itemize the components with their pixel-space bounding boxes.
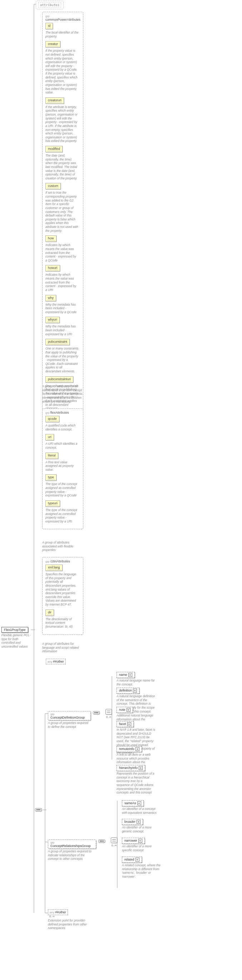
occ-conceptdef: 0..∞ bbox=[106, 715, 112, 719]
expand-icon[interactable]: + bbox=[136, 820, 141, 824]
any-other-attr: ##other bbox=[46, 660, 66, 663]
attr-head-literal: literal bbox=[45, 453, 58, 459]
attr-head-pubconstraint: pubconstraint bbox=[45, 339, 70, 345]
expand-icon[interactable]: + bbox=[139, 766, 143, 770]
attr-head-pubconstrainturi: pubconstrainturi bbox=[45, 376, 73, 383]
concept-rel-doc: A group of properties required to indica… bbox=[48, 850, 98, 861]
concept-def-label: ConceptDefinitionGroup bbox=[50, 716, 85, 719]
group-common-footer: A group of attributes for all elements o… bbox=[42, 385, 83, 403]
attr-head-typeuri: typeuri bbox=[45, 500, 60, 507]
attributes-frame: attributes bbox=[36, 1, 64, 9]
attr-xml:lang: xml:lang Specifies the language of this … bbox=[45, 565, 80, 607]
attr-custom: custom If set to true the corresponding … bbox=[45, 183, 80, 232]
any-other-attr-label: ##other bbox=[46, 659, 66, 664]
sequence-icon bbox=[98, 840, 105, 843]
attr-head-qcode: qcode bbox=[45, 416, 59, 422]
attr-head-type: type bbox=[45, 474, 56, 481]
attr-creatoruri: creatoruri If the attribute is empty, sp… bbox=[45, 97, 80, 143]
choice-icon bbox=[106, 709, 112, 715]
any-other-bottom-doc: Extension point for provider-defined pro… bbox=[48, 919, 96, 930]
expand-icon[interactable]: + bbox=[128, 673, 132, 677]
expand-icon[interactable]: + bbox=[133, 689, 137, 692]
attr-head-howuri: howuri bbox=[45, 265, 60, 271]
crel-child-narrower: narrower+ An identifier of a more specif… bbox=[122, 838, 161, 852]
attr-head-creator: creator bbox=[45, 41, 61, 48]
attr-howuri: howuri Indicates by which means the valu… bbox=[45, 265, 80, 292]
concept-rel-choice: 0..∞ bbox=[111, 837, 117, 847]
attr-id: id The local identifier of the property. bbox=[45, 23, 80, 38]
expand-icon[interactable]: + bbox=[127, 708, 130, 712]
any-other-bottom: ##other 0..∞ Extension point for provide… bbox=[48, 910, 96, 930]
attributes-title: attributes bbox=[38, 3, 61, 8]
attr-modified: modified The date (and, optionally, the … bbox=[45, 146, 80, 180]
crel-child-related: related+ A related concept, where the re… bbox=[122, 857, 161, 879]
attr-head-dir: dir bbox=[45, 609, 54, 616]
attr-qcode: qcode A qualified code which identifies … bbox=[45, 416, 80, 431]
concept-def-group: grp ConceptDefinitionGroup A group of pr… bbox=[48, 711, 91, 729]
group-i18n-footer: A group of attributes for language and s… bbox=[42, 642, 83, 653]
occ-any: 0..∞ bbox=[49, 915, 96, 918]
attr-head-xml:lang: xml:lang bbox=[45, 565, 63, 571]
root-doc: Flexible generic PCL-type for both contr… bbox=[2, 633, 33, 649]
any-other-bottom-label: ##other bbox=[48, 909, 68, 915]
concept-def-doc: A group of properties required to define… bbox=[48, 721, 92, 729]
sequence-icon bbox=[93, 711, 100, 714]
group-flex-title: flexAttributes bbox=[45, 411, 80, 414]
attr-type: type The type of the concept assigned as… bbox=[45, 474, 80, 498]
attr-head-uri: uri bbox=[45, 434, 54, 441]
attr-creator: creator If the property value is not def… bbox=[45, 41, 80, 94]
concept-rel-label: ConceptRelationshipsGroup bbox=[50, 844, 91, 848]
attr-typeuri: typeuri The type of the concept assigned… bbox=[45, 500, 80, 523]
attr-head-whyuri: whyuri bbox=[45, 317, 60, 323]
group-flex-footer: A group of attributes associated with fl… bbox=[42, 541, 83, 552]
concept-def-seq bbox=[93, 710, 100, 714]
attr-head-id: id bbox=[45, 23, 53, 29]
connectors bbox=[0, 0, 242, 980]
concept-rel-group: grp ConceptRelationshipsGroup A group of… bbox=[48, 840, 96, 861]
cdef-child-name: name+ A natural language name for the co… bbox=[117, 672, 156, 686]
cdef-child-hierarchyInfo: hierarchyInfo+ Represents the position o… bbox=[117, 765, 156, 795]
attr-uri: uri A URI which identifies a concept. bbox=[45, 434, 80, 449]
attr-head-why: why bbox=[45, 295, 56, 301]
attr-whyuri: whyuri Why the metadata has been include… bbox=[45, 317, 80, 336]
expand-icon[interactable]: + bbox=[138, 839, 142, 843]
attr-head-custom: custom bbox=[45, 183, 61, 189]
group-common: commonPowerAttributes id The local ident… bbox=[42, 12, 83, 417]
expand-icon[interactable]: + bbox=[137, 801, 141, 805]
root-seq bbox=[35, 807, 42, 811]
group-i18n: i18nAttributes xml:lang Specifies the la… bbox=[42, 557, 83, 635]
attr-head-creatoruri: creatoruri bbox=[45, 97, 64, 104]
crel-child-broader: broader+ An identifier of a more generic… bbox=[122, 819, 161, 833]
occ-conceptrel: 0..∞ bbox=[111, 844, 117, 847]
attr-literal: literal A free-text value assigned as pr… bbox=[45, 453, 80, 472]
group-common-title: commonPowerAttributes bbox=[45, 14, 80, 21]
concept-def-choice: 0..∞ bbox=[106, 709, 112, 719]
expand-icon[interactable]: + bbox=[135, 747, 139, 751]
group-i18n-title: i18nAttributes bbox=[45, 560, 80, 563]
expand-icon[interactable]: + bbox=[127, 722, 131, 726]
attr-how: how Indicates by which means the value w… bbox=[45, 235, 80, 262]
attr-head-modified: modified bbox=[45, 146, 63, 152]
expand-icon[interactable]: + bbox=[135, 858, 139, 862]
crel-child-sameAs: sameAs+ An identifier of a concept with … bbox=[122, 800, 161, 815]
attr-pubconstraint: pubconstraint One or many constraints th… bbox=[45, 339, 80, 373]
root-label: Flex1PropType bbox=[2, 627, 28, 633]
choice-icon bbox=[111, 837, 117, 843]
attr-why: why Why the metadata has been included -… bbox=[45, 295, 80, 314]
group-flex: flexAttributes qcode A qualified code wh… bbox=[42, 408, 83, 529]
attr-head-how: how bbox=[45, 235, 56, 242]
root-type: Flex1PropType Flexible generic PCL-type … bbox=[2, 627, 32, 649]
concept-rel-seq bbox=[98, 839, 105, 843]
sequence-icon bbox=[35, 808, 42, 811]
attr-dir: dir The directionality of textual conten… bbox=[45, 609, 80, 629]
